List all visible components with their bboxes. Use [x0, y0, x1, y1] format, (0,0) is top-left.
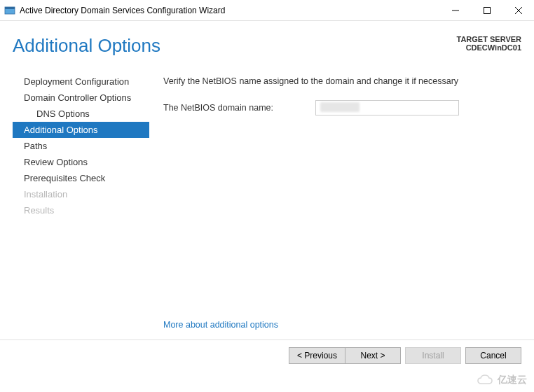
nav-button-group: < Previous Next > [289, 347, 401, 364]
close-button[interactable] [502, 0, 534, 20]
main-panel: Verify the NetBIOS name assigned to the … [149, 66, 534, 340]
sidebar-item-review-options[interactable]: Review Options [13, 154, 149, 170]
minimize-button[interactable] [439, 0, 471, 20]
sidebar-item-dns-options[interactable]: DNS Options [13, 106, 149, 122]
wizard-header: Additional Options TARGET SERVER CDECWin… [0, 21, 534, 66]
cloud-icon [477, 374, 495, 386]
netbios-input[interactable] [315, 100, 459, 115]
window-controls [439, 0, 534, 20]
wizard-footer: < Previous Next > Install Cancel [0, 340, 534, 370]
maximize-button[interactable] [471, 0, 502, 20]
sidebar-item-results: Results [13, 202, 149, 218]
target-server-label: TARGET SERVER [457, 35, 522, 43]
netbios-value [320, 102, 360, 112]
title-bar: Active Directory Domain Services Configu… [0, 0, 534, 21]
next-button[interactable]: Next > [345, 347, 401, 364]
target-server-block: TARGET SERVER CDECWinDC01 [457, 35, 522, 52]
watermark: 亿速云 [477, 374, 527, 386]
netbios-label: The NetBIOS domain name: [163, 103, 273, 113]
sidebar-item-deployment-configuration[interactable]: Deployment Configuration [13, 74, 149, 90]
cancel-button[interactable]: Cancel [465, 347, 521, 364]
sidebar-item-prerequisites-check[interactable]: Prerequisites Check [13, 170, 149, 186]
more-about-link[interactable]: More about additional options [163, 320, 506, 330]
target-server-value: CDECWinDC01 [457, 43, 522, 52]
sidebar-item-additional-options[interactable]: Additional Options [13, 122, 149, 138]
window-title: Active Directory Domain Services Configu… [20, 6, 439, 15]
previous-button[interactable]: < Previous [289, 347, 345, 364]
sidebar-item-installation: Installation [13, 186, 149, 202]
app-icon [4, 5, 15, 16]
sidebar: Deployment Configuration Domain Controll… [13, 66, 149, 340]
svg-rect-1 [5, 7, 15, 9]
wizard-body: Deployment Configuration Domain Controll… [0, 66, 534, 340]
install-button[interactable]: Install [405, 347, 461, 364]
page-title: Additional Options [13, 35, 457, 57]
netbios-row: The NetBIOS domain name: [163, 100, 506, 115]
svg-rect-3 [484, 7, 490, 13]
sidebar-item-domain-controller-options[interactable]: Domain Controller Options [13, 90, 149, 106]
sidebar-item-paths[interactable]: Paths [13, 138, 149, 154]
watermark-text: 亿速云 [498, 374, 527, 386]
instruction-text: Verify the NetBIOS name assigned to the … [163, 76, 506, 86]
